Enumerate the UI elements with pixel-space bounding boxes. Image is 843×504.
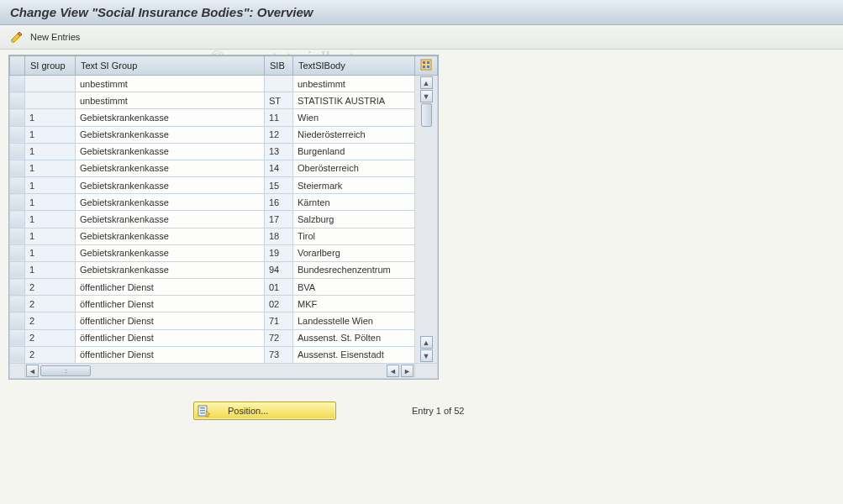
pencil-icon[interactable] bbox=[10, 30, 24, 44]
horizontal-scrollbar[interactable]: ◄ ::: ◄ ► bbox=[25, 364, 414, 378]
vscroll-down-button[interactable]: ▼ bbox=[420, 349, 433, 362]
table-settings-icon bbox=[420, 62, 432, 72]
cell-si-group[interactable]: 2 bbox=[25, 312, 76, 329]
position-button[interactable]: Position... bbox=[193, 402, 336, 420]
select-all-header[interactable] bbox=[10, 56, 25, 76]
table-row[interactable]: 1Gebietskrankenkasse94Bundesrechenzentru… bbox=[10, 261, 438, 278]
cell-sib[interactable]: 01 bbox=[265, 279, 293, 296]
cell-si-group[interactable]: 1 bbox=[25, 211, 76, 228]
new-entries-button[interactable]: New Entries bbox=[30, 32, 80, 42]
cell-si-group[interactable]: 1 bbox=[25, 143, 76, 160]
cell-sib[interactable]: 16 bbox=[265, 194, 293, 211]
hscroll-thumb[interactable]: ::: bbox=[40, 365, 91, 376]
cell-text-si-group: Gebietskrankenkasse bbox=[76, 143, 265, 160]
row-selector[interactable] bbox=[10, 261, 25, 278]
hscroll-right-button[interactable]: ► bbox=[401, 365, 414, 377]
svg-rect-1 bbox=[423, 61, 425, 64]
cell-text-si-group: Gebietskrankenkasse bbox=[76, 126, 265, 143]
cell-text-si-body: Niederösterreich bbox=[293, 126, 415, 143]
footer-row: Position... Entry 1 of 52 bbox=[8, 402, 835, 420]
vscroll-page-up[interactable]: ▼ bbox=[420, 90, 433, 102]
row-selector[interactable] bbox=[10, 296, 25, 312]
cell-si-group[interactable]: 1 bbox=[25, 109, 76, 126]
row-selector[interactable] bbox=[10, 143, 25, 160]
table-row[interactable]: 2öffentlicher Dienst72Aussenst. St. Pölt… bbox=[10, 329, 438, 346]
row-selector[interactable] bbox=[10, 109, 25, 126]
cell-sib[interactable]: 11 bbox=[265, 109, 293, 126]
row-selector[interactable] bbox=[10, 346, 25, 363]
table-row[interactable]: 2öffentlicher Dienst01BVA bbox=[10, 279, 438, 296]
table-row[interactable]: 2öffentlicher Dienst71Landesstelle Wien bbox=[10, 312, 438, 329]
cell-si-group[interactable]: 1 bbox=[25, 126, 76, 143]
cell-sib[interactable]: 14 bbox=[265, 160, 293, 176]
cell-sib[interactable]: 72 bbox=[265, 329, 293, 346]
cell-sib[interactable]: 02 bbox=[265, 296, 293, 312]
table-row[interactable]: 1Gebietskrankenkasse16Kärnten bbox=[10, 194, 438, 211]
cell-si-group[interactable]: 2 bbox=[25, 296, 76, 312]
table-row[interactable]: 2öffentlicher Dienst73Aussenst. Eisensta… bbox=[10, 346, 438, 363]
table-row[interactable]: unbestimmtunbestimmt▲▼▲▼ bbox=[10, 76, 438, 92]
cell-sib[interactable]: 73 bbox=[265, 346, 293, 363]
hscroll-left-button[interactable]: ◄ bbox=[26, 365, 39, 377]
row-selector[interactable] bbox=[10, 194, 25, 211]
cell-sib[interactable]: ST bbox=[265, 92, 293, 109]
horizontal-scrollbar-row: ◄ ::: ◄ ► bbox=[10, 364, 438, 379]
table-config-button[interactable] bbox=[415, 56, 438, 76]
row-selector[interactable] bbox=[10, 228, 25, 244]
cell-sib[interactable]: 19 bbox=[265, 244, 293, 261]
cell-text-si-group: Gebietskrankenkasse bbox=[76, 228, 265, 244]
svg-rect-6 bbox=[200, 407, 205, 409]
cell-si-group[interactable]: 1 bbox=[25, 244, 76, 261]
cell-sib[interactable]: 94 bbox=[265, 261, 293, 278]
cell-sib[interactable]: 15 bbox=[265, 177, 293, 194]
col-text-si-body[interactable]: TextSIBody bbox=[293, 56, 415, 76]
table-row[interactable]: 1Gebietskrankenkasse12Niederösterreich bbox=[10, 126, 438, 143]
col-si-group[interactable]: SI group bbox=[25, 56, 76, 76]
row-selector[interactable] bbox=[10, 279, 25, 296]
table-row[interactable]: 1Gebietskrankenkasse15Steiermark bbox=[10, 177, 438, 194]
row-selector[interactable] bbox=[10, 312, 25, 329]
cell-text-si-body: Bundesrechenzentrum bbox=[293, 261, 415, 278]
table-row[interactable]: unbestimmtSTSTATISTIK AUSTRIA bbox=[10, 92, 438, 109]
cell-sib[interactable]: 17 bbox=[265, 211, 293, 228]
row-selector[interactable] bbox=[10, 92, 25, 109]
cell-sib[interactable]: 71 bbox=[265, 312, 293, 329]
table-row[interactable]: 1Gebietskrankenkasse11Wien bbox=[10, 109, 438, 126]
vscroll-page-down[interactable]: ▲ bbox=[420, 336, 433, 349]
col-text-si-group[interactable]: Text SI Group bbox=[76, 56, 265, 76]
cell-si-group[interactable]: 2 bbox=[25, 279, 76, 296]
row-selector[interactable] bbox=[10, 244, 25, 261]
cell-sib[interactable]: 18 bbox=[265, 228, 293, 244]
row-selector[interactable] bbox=[10, 211, 25, 228]
cell-sib[interactable]: 13 bbox=[265, 143, 293, 160]
row-selector[interactable] bbox=[10, 76, 25, 92]
cell-si-group[interactable]: 2 bbox=[25, 346, 76, 363]
cell-text-si-group: öffentlicher Dienst bbox=[76, 312, 265, 329]
cell-si-group[interactable]: 1 bbox=[25, 177, 76, 194]
table-row[interactable]: 1Gebietskrankenkasse17Salzburg bbox=[10, 211, 438, 228]
cell-text-si-body: Vorarlberg bbox=[293, 244, 415, 261]
cell-sib[interactable] bbox=[265, 76, 293, 92]
cell-si-group[interactable]: 1 bbox=[25, 228, 76, 244]
col-sib[interactable]: SIB bbox=[265, 56, 293, 76]
row-selector[interactable] bbox=[10, 177, 25, 194]
vscroll-up-button[interactable]: ▲ bbox=[420, 76, 433, 89]
cell-text-si-body: unbestimmt bbox=[293, 76, 415, 92]
row-selector[interactable] bbox=[10, 329, 25, 346]
cell-si-group[interactable] bbox=[25, 76, 76, 92]
table-row[interactable]: 1Gebietskrankenkasse13Burgenland bbox=[10, 143, 438, 160]
table-row[interactable]: 1Gebietskrankenkasse14Oberösterreich bbox=[10, 160, 438, 176]
cell-si-group[interactable]: 2 bbox=[25, 329, 76, 346]
cell-sib[interactable]: 12 bbox=[265, 126, 293, 143]
row-selector[interactable] bbox=[10, 160, 25, 176]
table-row[interactable]: 1Gebietskrankenkasse18Tirol bbox=[10, 228, 438, 244]
table-row[interactable]: 2öffentlicher Dienst02MKF bbox=[10, 296, 438, 312]
table-row[interactable]: 1Gebietskrankenkasse19Vorarlberg bbox=[10, 244, 438, 261]
cell-si-group[interactable]: 1 bbox=[25, 160, 76, 176]
hscroll-right-start[interactable]: ◄ bbox=[387, 365, 399, 377]
cell-si-group[interactable]: 1 bbox=[25, 194, 76, 211]
cell-si-group[interactable]: 1 bbox=[25, 261, 76, 278]
row-selector[interactable] bbox=[10, 126, 25, 143]
vscroll-thumb[interactable] bbox=[421, 103, 432, 127]
cell-si-group[interactable] bbox=[25, 92, 76, 109]
